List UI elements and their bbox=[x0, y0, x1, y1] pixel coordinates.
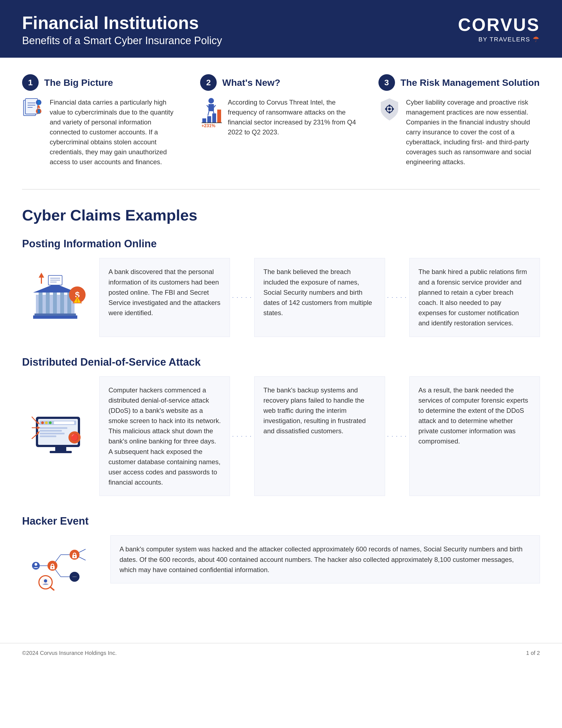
svg-rect-36 bbox=[35, 313, 76, 316]
svg-rect-19 bbox=[217, 110, 221, 123]
footer-page: 1 of 2 bbox=[526, 650, 540, 656]
svg-point-79 bbox=[35, 563, 37, 566]
subsection-title-hacker: Hacker Event bbox=[22, 515, 540, 527]
intro-card-1: 1 The Big Picture 👤 bbox=[22, 74, 184, 167]
ddos-card-1-text: Computer hackers commenced a distributed… bbox=[108, 386, 221, 486]
svg-rect-35 bbox=[33, 315, 77, 319]
svg-point-50 bbox=[41, 421, 44, 424]
hacker-image-col: ··· bbox=[22, 535, 99, 596]
svg-rect-25 bbox=[389, 111, 390, 113]
ddos-card-1: Computer hackers commenced a distributed… bbox=[99, 376, 230, 496]
svg-rect-27 bbox=[392, 108, 394, 110]
svg-rect-54 bbox=[40, 427, 67, 429]
intro-card-1-body: 👤 👤 Financial data carries a part bbox=[22, 97, 184, 167]
hacker-svg: ··· bbox=[30, 541, 91, 591]
section-divider bbox=[22, 189, 540, 190]
dots-connector-1: · · · · · bbox=[230, 258, 254, 337]
svg-point-52 bbox=[49, 421, 52, 424]
logo-area: CORVUS BY TRAVELERS ☂ bbox=[458, 16, 540, 44]
svg-line-13 bbox=[214, 105, 216, 107]
intro-card-1-header: 1 The Big Picture bbox=[22, 74, 184, 91]
posting-card-3-text: The bank hired a public relations firm a… bbox=[418, 268, 527, 327]
intro-card-3-body: Cyber liability coverage and proactive r… bbox=[378, 97, 540, 167]
dots-connector-3: · · · · · bbox=[230, 376, 254, 496]
svg-rect-11 bbox=[208, 104, 214, 111]
umbrella-icon: ☂ bbox=[532, 35, 540, 44]
intro-card-2-body: +231% According to Corvus Threat Intel, … bbox=[200, 97, 362, 137]
circle-number-3: 3 bbox=[378, 74, 395, 91]
posting-cards: A bank discovered that the personal info… bbox=[99, 258, 540, 337]
svg-point-87 bbox=[44, 579, 47, 583]
intro-card-2-text: According to Corvus Threat Intel, the fr… bbox=[228, 97, 362, 137]
svg-point-77 bbox=[52, 567, 53, 568]
intro-card-1-title: The Big Picture bbox=[44, 77, 113, 88]
page-subtitle: Benefits of a Smart Cyber Insurance Poli… bbox=[22, 35, 222, 47]
intro-card-3: 3 The Risk Management Solution bbox=[378, 74, 540, 167]
svg-point-51 bbox=[45, 421, 48, 424]
svg-point-84 bbox=[74, 556, 75, 557]
svg-text:👤: 👤 bbox=[36, 109, 41, 114]
svg-rect-1 bbox=[25, 99, 38, 114]
svg-text:···: ··· bbox=[72, 574, 76, 579]
big-picture-svg: 👤 👤 bbox=[22, 97, 44, 122]
svg-rect-61 bbox=[50, 451, 72, 453]
ddos-card-3-text: As a result, the bank needed the service… bbox=[418, 386, 528, 445]
footer: ©2024 Corvus Insurance Holdings Inc. 1 o… bbox=[0, 643, 562, 663]
bar-chart-svg: +231% bbox=[200, 97, 222, 128]
by-travelers-text: BY TRAVELERS bbox=[478, 36, 530, 43]
ddos-image-col: 🔴 bbox=[22, 376, 99, 496]
travelers-logo: BY TRAVELERS ☂ bbox=[478, 35, 540, 44]
svg-rect-32 bbox=[60, 292, 64, 317]
intro-card-2: 2 What's New? bbox=[200, 74, 362, 167]
svg-rect-24 bbox=[389, 105, 390, 107]
big-picture-icon: 👤 👤 bbox=[22, 97, 44, 123]
bank-image-col: $ ! bbox=[22, 258, 99, 337]
dots-connector-2: · · · · · bbox=[385, 258, 409, 337]
intro-card-3-header: 3 The Risk Management Solution bbox=[378, 74, 540, 91]
bar-chart-icon: +231% bbox=[200, 97, 222, 129]
ddos-card-2: The bank's backup systems and recovery p… bbox=[254, 376, 385, 496]
ddos-cards: Computer hackers commenced a distributed… bbox=[99, 376, 540, 496]
svg-point-23 bbox=[388, 108, 391, 110]
posting-card-1: A bank discovered that the personal info… bbox=[99, 258, 230, 337]
subsection-title-posting: Posting Information Online bbox=[22, 238, 540, 250]
claim-row-ddos: 🔴 Computer hackers commenced a distribut bbox=[22, 376, 540, 496]
claim-section-posting: Posting Information Online bbox=[22, 238, 540, 337]
claim-section-hacker: Hacker Event bbox=[22, 515, 540, 596]
dots-connector-4: · · · · · bbox=[385, 376, 409, 496]
bank-building-svg: $ ! bbox=[30, 273, 91, 322]
posting-card-3: The bank hired a public relations firm a… bbox=[409, 258, 540, 337]
hacker-event-text: A bank's computer system was hacked and … bbox=[110, 535, 540, 583]
svg-point-10 bbox=[208, 98, 214, 103]
hacker-event-row: ··· A bank's comput bbox=[22, 535, 540, 596]
svg-rect-30 bbox=[46, 292, 50, 317]
hacker-event-text-content: A bank's computer system was hacked and … bbox=[120, 545, 523, 573]
svg-rect-29 bbox=[39, 292, 43, 317]
claim-section-ddos: Distributed Denial-of-Service Attack bbox=[22, 356, 540, 496]
svg-rect-56 bbox=[40, 433, 65, 434]
svg-text:!: ! bbox=[76, 298, 78, 303]
intro-card-3-text: Cyber liability coverage and proactive r… bbox=[406, 97, 540, 167]
svg-rect-18 bbox=[212, 113, 216, 123]
intro-card-3-title: The Risk Management Solution bbox=[401, 77, 540, 88]
ddos-card-3: As a result, the bank needed the service… bbox=[409, 376, 540, 496]
subsection-title-ddos: Distributed Denial-of-Service Attack bbox=[22, 356, 540, 368]
intro-card-2-header: 2 What's New? bbox=[200, 74, 362, 91]
intro-card-1-text: Financial data carries a particularly hi… bbox=[50, 97, 184, 167]
svg-rect-53 bbox=[54, 421, 74, 424]
svg-line-14 bbox=[208, 111, 209, 116]
posting-card-2: The bank believed the breach included th… bbox=[254, 258, 385, 337]
svg-rect-26 bbox=[385, 108, 387, 110]
svg-line-12 bbox=[207, 105, 208, 107]
circle-number-1: 1 bbox=[22, 74, 39, 91]
svg-text:👤: 👤 bbox=[36, 100, 41, 105]
corvus-logo: CORVUS bbox=[458, 16, 540, 34]
footer-copyright: ©2024 Corvus Insurance Holdings Inc. bbox=[22, 650, 117, 656]
shield-icon-container bbox=[378, 97, 401, 123]
claim-row-posting: $ ! A bank discovered that the bbox=[22, 258, 540, 337]
intro-card-2-title: What's New? bbox=[222, 77, 280, 88]
svg-rect-16 bbox=[202, 118, 206, 123]
posting-card-1-text: A bank discovered that the personal info… bbox=[108, 268, 221, 317]
page-title: Financial Institutions bbox=[22, 13, 222, 33]
svg-marker-42 bbox=[39, 273, 44, 278]
